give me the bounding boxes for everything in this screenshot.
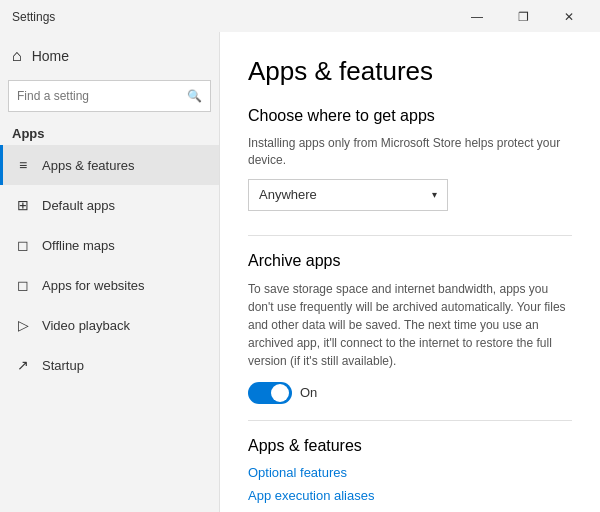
toggle-knob: [271, 384, 289, 402]
main-content: Apps & features Choose where to get apps…: [220, 32, 600, 512]
optional-features-link[interactable]: Optional features: [248, 465, 572, 480]
sidebar-item-video-playback[interactable]: ▷ Video playback: [0, 305, 219, 345]
page-title: Apps & features: [248, 56, 572, 87]
divider1: [248, 235, 572, 236]
sidebar-item-apps-features[interactable]: ≡ Apps & features: [0, 145, 219, 185]
archive-toggle[interactable]: [248, 382, 292, 404]
sidebar-item-default-apps[interactable]: ⊞ Default apps: [0, 185, 219, 225]
sidebar-item-startup[interactable]: ↗ Startup: [0, 345, 219, 385]
sidebar-label-startup: Startup: [42, 358, 84, 373]
section2-title: Archive apps: [248, 252, 572, 270]
chevron-down-icon: ▾: [432, 189, 437, 200]
search-box[interactable]: 🔍: [8, 80, 211, 112]
section1-title: Choose where to get apps: [248, 107, 572, 125]
sidebar-home-button[interactable]: ⌂ Home: [0, 36, 219, 76]
sidebar-label-video-playback: Video playback: [42, 318, 130, 333]
sidebar: ⌂ Home 🔍 Apps ≡ Apps & features ⊞ Defaul…: [0, 32, 220, 512]
section1-subtitle: Installing apps only from Microsoft Stor…: [248, 135, 572, 169]
titlebar: Settings — ❐ ✕: [0, 0, 600, 32]
video-playback-icon: ▷: [14, 317, 32, 333]
toggle-state-label: On: [300, 385, 317, 400]
dropdown-value: Anywhere: [259, 187, 317, 202]
archive-toggle-row: On: [248, 382, 572, 404]
sidebar-label-offline-maps: Offline maps: [42, 238, 115, 253]
app-body: ⌂ Home 🔍 Apps ≡ Apps & features ⊞ Defaul…: [0, 32, 600, 512]
sidebar-item-apps-websites[interactable]: ◻ Apps for websites: [0, 265, 219, 305]
offline-maps-icon: ◻: [14, 237, 32, 253]
maximize-button[interactable]: ❐: [500, 5, 546, 29]
archive-apps-body: To save storage space and internet bandw…: [248, 280, 572, 370]
sidebar-home-label: Home: [32, 48, 69, 64]
close-button[interactable]: ✕: [546, 5, 592, 29]
sidebar-section-label: Apps: [0, 120, 219, 145]
search-input[interactable]: [17, 89, 187, 103]
sidebar-label-apps-websites: Apps for websites: [42, 278, 145, 293]
startup-icon: ↗: [14, 357, 32, 373]
apps-websites-icon: ◻: [14, 277, 32, 293]
titlebar-title: Settings: [12, 10, 55, 24]
titlebar-controls: — ❐ ✕: [454, 5, 592, 29]
search-icon: 🔍: [187, 89, 202, 103]
sidebar-item-offline-maps[interactable]: ◻ Offline maps: [0, 225, 219, 265]
default-apps-icon: ⊞: [14, 197, 32, 213]
get-apps-dropdown[interactable]: Anywhere ▾: [248, 179, 448, 211]
divider2: [248, 420, 572, 421]
minimize-button[interactable]: —: [454, 5, 500, 29]
section3-title: Apps & features: [248, 437, 572, 455]
apps-features-icon: ≡: [14, 157, 32, 173]
sidebar-label-apps-features: Apps & features: [42, 158, 135, 173]
sidebar-label-default-apps: Default apps: [42, 198, 115, 213]
app-execution-aliases-link[interactable]: App execution aliases: [248, 488, 572, 503]
home-icon: ⌂: [12, 47, 22, 65]
